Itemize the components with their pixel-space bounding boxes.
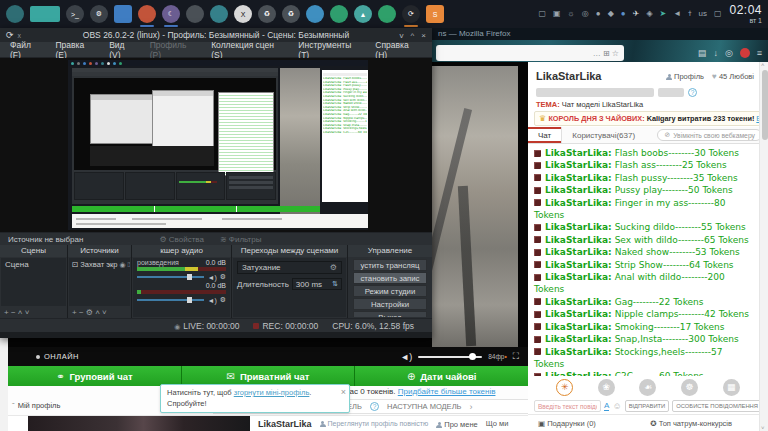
obs-taskbar-icon[interactable]: ⟳ [402, 5, 420, 23]
menu-view[interactable]: Вид (V) [109, 40, 138, 60]
transition-gear-icon[interactable]: ⚙ [330, 263, 337, 272]
message-input[interactable] [534, 400, 601, 412]
gift-camera-icon[interactable]: ❀ [598, 379, 615, 396]
menu-profile[interactable]: Профиль (P) [150, 40, 199, 60]
moon-app-icon[interactable]: ☾ [162, 5, 180, 23]
mic-tray-icon[interactable]: ϯ [688, 10, 691, 18]
disabled-action-button-2[interactable] [658, 88, 684, 97]
top-contests-link[interactable]: ✪ Топ чатрум-конкурсів [650, 419, 758, 428]
close-window-icon[interactable]: × [421, 31, 426, 40]
monitor-app-icon[interactable] [306, 5, 324, 23]
help-icon[interactable]: ? [370, 402, 379, 411]
mute-icon-1[interactable]: ◄) [207, 274, 216, 281]
chat-scrollbar[interactable]: ˄ ˅ [759, 62, 768, 431]
scenes-list[interactable]: Сцена [1, 258, 66, 306]
firefox-icon[interactable] [138, 5, 156, 23]
recycle-icon-2[interactable]: ♻ [282, 5, 300, 23]
gallery-icon[interactable]: ▲ [354, 5, 372, 23]
downloads-icon[interactable]: ↓ [713, 48, 718, 58]
window-tray-icon[interactable]: ▢ [538, 10, 546, 18]
view-profile-link[interactable]: Переглянути профіль повністю [320, 416, 429, 427]
enable-webcam-button[interactable]: ⊘ Увімкніть свою вебкамеру [657, 129, 762, 141]
menu-edit[interactable]: Правка (E) [56, 40, 98, 60]
emoji-icon[interactable]: ☺ [612, 401, 621, 411]
settings-app-icon[interactable]: ⚙ [90, 5, 108, 23]
volume-slider[interactable] [418, 356, 482, 358]
my-profile-toggle[interactable]: ˆ Мій профіль [12, 401, 60, 410]
files-icon[interactable] [114, 5, 132, 23]
terminal-icon[interactable]: >_ [66, 5, 84, 23]
scrollbar-thumb[interactable] [762, 70, 768, 140]
group-chat-button[interactable]: ⚭ Груповий чат [8, 366, 182, 386]
obs-preview[interactable]: LikaStarLika: Flash boobs--------30 Toke… [0, 58, 432, 232]
menu-icon[interactable]: ≡ [757, 48, 762, 58]
clock[interactable]: 02:04 вт 1 [729, 4, 762, 24]
info-icon[interactable]: ? [688, 88, 697, 97]
camera-tray-icon[interactable]: ● [596, 10, 601, 18]
spinner-icon[interactable]: ⇅ [332, 280, 338, 288]
volume-slider-2[interactable] [137, 299, 204, 301]
x-app-icon[interactable]: X [234, 5, 252, 23]
fullscreen-icon[interactable]: ⛶ [513, 351, 518, 362]
close-icon[interactable]: × [341, 386, 346, 399]
planet-icon[interactable] [378, 5, 396, 23]
buy-tokens-link[interactable]: Придбайте більше токенів [398, 387, 496, 396]
lock-icon[interactable]: ⚿ [128, 261, 130, 269]
quality-label[interactable]: 84фр• [488, 353, 506, 360]
menu-help[interactable]: Справка (H) [375, 40, 422, 60]
gifts-link[interactable]: ▣ Подарунки (0) [538, 419, 596, 428]
record-tray-icon[interactable]: ◎ [582, 10, 589, 18]
screen-tray-icon[interactable]: ▢ [714, 10, 722, 18]
private-chat-button[interactable]: ✉ Приватний чат [182, 366, 356, 386]
clipboard-tray-icon[interactable]: ▣ [553, 10, 561, 18]
chat-messages[interactable]: LikaStarLika:Flash boobs--------30 Token… [528, 144, 768, 376]
scene-item[interactable]: Сцена [1, 258, 66, 271]
properties-button[interactable]: ⚙ Свойства [159, 235, 204, 244]
wheel-of-fortune-icon[interactable]: ✳ [556, 379, 573, 396]
exit-button[interactable]: Выход [353, 311, 427, 317]
mute-icon-2[interactable]: ◄) [207, 297, 216, 304]
model-avatar[interactable] [28, 416, 250, 431]
volume-tray-icon[interactable]: ◄ [673, 10, 681, 18]
adblock-shield-icon[interactable] [740, 48, 750, 58]
library-icon[interactable]: ▤ [698, 48, 707, 58]
urlbar-icons[interactable]: … ⊞ ☆ [593, 49, 619, 58]
next-model-link[interactable]: НАСТУПНА МОДЕЛЬ [387, 402, 462, 411]
duration-field[interactable]: 300 ms ⇅ [292, 278, 342, 290]
gift-board-icon[interactable]: ▦ [723, 379, 740, 396]
tab-users[interactable]: Користувачі(637) [562, 127, 645, 143]
slider-knob-1[interactable] [187, 274, 192, 280]
speaker-icon[interactable]: ◄) [400, 352, 412, 362]
account-icon[interactable]: ◎ [725, 48, 733, 58]
about-me-link[interactable]: Про мене [436, 416, 477, 429]
wave-app-icon[interactable] [210, 5, 228, 23]
channel-settings-icon-1[interactable]: ⚙ [220, 273, 226, 281]
url-bar[interactable]: … ⊞ ☆ [436, 45, 624, 61]
display-icon[interactable] [6, 5, 24, 23]
menu-scene-collection[interactable]: Коллекция сцен (S) [211, 40, 286, 60]
menu-tools[interactable]: Инструменты (T) [298, 40, 363, 60]
slider-knob-2[interactable] [187, 297, 192, 303]
transition-select[interactable]: Затухание ⚙ [237, 261, 342, 274]
channel-settings-icon-2[interactable]: ⚙ [220, 296, 226, 304]
love-counter[interactable]: ♥ 45 Любові [712, 72, 754, 81]
scroll-down-icon[interactable]: ˅ [761, 425, 765, 431]
dropbox-tray-icon[interactable]: ◈ [646, 10, 652, 18]
telegram-tray-icon[interactable]: ✈ [633, 10, 640, 18]
settings-button[interactable]: Настройки [353, 298, 427, 310]
keyboard-layout[interactable]: us [698, 10, 706, 18]
disabled-action-button[interactable] [536, 88, 654, 97]
start-streaming-button[interactable]: устить трансляц [353, 259, 427, 271]
start-recording-button[interactable]: становить запис [353, 272, 427, 284]
what-we-do-link[interactable]: Що ми можемо робити у веб-шоу [486, 416, 528, 431]
scroll-up-icon[interactable]: ˄ [761, 62, 765, 68]
recycle-icon-1[interactable]: ♻ [258, 5, 276, 23]
menu-file[interactable]: Файл (F) [10, 40, 44, 60]
volume-slider-1[interactable] [137, 276, 204, 278]
shield-tray-icon[interactable]: ◆ [608, 10, 614, 18]
private-message-button[interactable]: ОСОБИСТЕ ПОВІДОМЛЕННЯ [672, 400, 762, 412]
filters-button[interactable]: ≋ Фильтры [220, 235, 262, 244]
sources-toolbar[interactable]: + − ⚙ ˄ ˅ [68, 307, 131, 318]
collapse-profile-link[interactable]: згорнути міні-профіль [234, 388, 310, 397]
vpn-tray-icon[interactable]: ➤ [660, 10, 667, 18]
